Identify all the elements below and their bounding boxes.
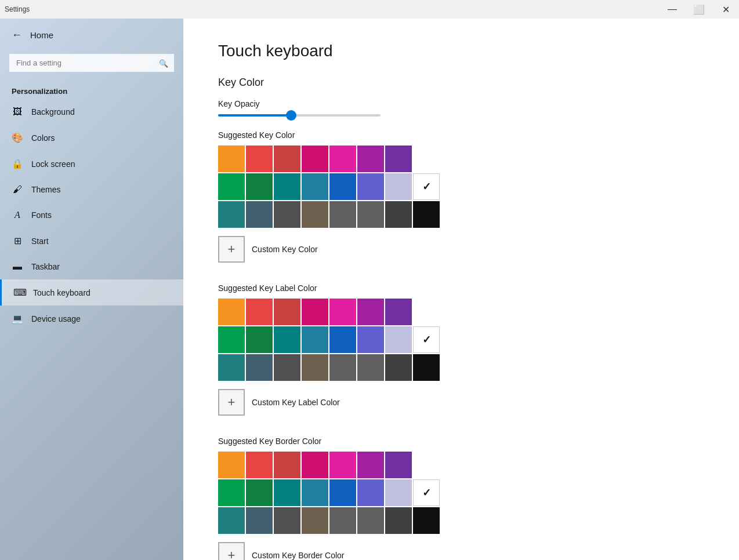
color-swatch-pink1[interactable] xyxy=(302,146,328,172)
sidebar-item-taskbar[interactable]: ▬ Taskbar xyxy=(0,254,183,279)
label-swatch-purple2[interactable] xyxy=(385,299,412,325)
color-swatch-red2[interactable] xyxy=(274,146,300,172)
border-swatch-orange[interactable] xyxy=(218,452,245,478)
page-title: Touch keyboard xyxy=(218,42,704,60)
label-swatch-lavender[interactable] xyxy=(385,326,412,353)
color-swatch-lavender[interactable] xyxy=(385,173,412,200)
border-swatch-gray1[interactable] xyxy=(274,507,300,534)
color-swatch-orange[interactable] xyxy=(218,146,245,172)
color-swatch-pink2[interactable] xyxy=(329,146,356,172)
sidebar-item-start[interactable]: ⊞ Start xyxy=(0,228,183,254)
color-swatch-blue2[interactable] xyxy=(329,173,356,200)
label-swatch-gray2[interactable] xyxy=(329,354,356,381)
color-swatch-green2[interactable] xyxy=(246,173,273,200)
label-swatch-teal2[interactable] xyxy=(218,354,245,381)
color-swatch-teal2[interactable] xyxy=(218,201,245,228)
border-swatch-darkgray[interactable] xyxy=(385,507,412,534)
label-swatch-teal[interactable] xyxy=(274,326,300,353)
label-swatch-blue2[interactable] xyxy=(329,326,356,353)
sidebar-item-touch-keyboard[interactable]: ⌨ Touch keyboard xyxy=(0,279,183,306)
label-swatch-green2[interactable] xyxy=(246,326,273,353)
sidebar-item-colors[interactable]: 🎨 Colors xyxy=(0,125,183,151)
label-swatch-white[interactable] xyxy=(413,326,440,353)
plus-icon-border: + xyxy=(218,542,245,560)
border-swatch-gray3[interactable] xyxy=(357,507,384,534)
color-swatch-purple1[interactable] xyxy=(357,146,384,172)
color-swatch-violet[interactable] xyxy=(357,173,384,200)
opacity-slider-track[interactable] xyxy=(218,114,381,117)
color-swatch-darkgray[interactable] xyxy=(385,201,412,228)
border-swatch-pink1[interactable] xyxy=(302,452,328,478)
color-swatch-teal[interactable] xyxy=(274,173,300,200)
label-swatch-brown[interactable] xyxy=(302,354,328,381)
label-swatch-darkgray[interactable] xyxy=(385,354,412,381)
border-swatch-black[interactable] xyxy=(413,507,440,534)
sidebar-item-label: Start xyxy=(31,237,49,246)
border-swatch-gray2[interactable] xyxy=(329,507,356,534)
taskbar-icon: ▬ xyxy=(12,261,23,272)
label-swatch-gray1[interactable] xyxy=(274,354,300,381)
color-swatch-gray3[interactable] xyxy=(357,201,384,228)
color-swatch-purple2[interactable] xyxy=(385,146,412,172)
border-swatch-purple1[interactable] xyxy=(357,452,384,478)
sidebar-item-home[interactable]: ← Home xyxy=(0,19,183,52)
border-swatch-lavender[interactable] xyxy=(385,479,412,506)
maximize-button[interactable]: ⬜ xyxy=(686,0,712,19)
border-swatch-slate[interactable] xyxy=(246,507,273,534)
label-swatch-green1[interactable] xyxy=(218,326,245,353)
border-swatch-green2[interactable] xyxy=(246,479,273,506)
color-swatch-blue1[interactable] xyxy=(302,173,328,200)
label-swatch-gray3[interactable] xyxy=(357,354,384,381)
border-swatch-purple2[interactable] xyxy=(385,452,412,478)
border-swatch-teal[interactable] xyxy=(274,479,300,506)
suggested-key-label-color-label: Suggested Key Label Color xyxy=(218,283,704,293)
border-swatch-brown[interactable] xyxy=(302,507,328,534)
color-swatch-gray1[interactable] xyxy=(274,201,300,228)
label-swatch-pink1[interactable] xyxy=(302,299,328,325)
custom-key-label-color-button[interactable]: + Custom Key Label Color xyxy=(218,389,704,416)
label-swatch-orange[interactable] xyxy=(218,299,245,325)
color-swatch-green1[interactable] xyxy=(218,173,245,200)
color-swatch-brown[interactable] xyxy=(302,201,328,228)
label-swatch-black[interactable] xyxy=(413,354,440,381)
label-swatch-pink2[interactable] xyxy=(329,299,356,325)
border-swatch-teal2[interactable] xyxy=(218,507,245,534)
custom-key-border-color-button[interactable]: + Custom Key Border Color xyxy=(218,542,704,560)
label-swatch-red2[interactable] xyxy=(274,299,300,325)
color-swatch-black[interactable] xyxy=(413,201,440,228)
custom-key-label-color-label: Custom Key Label Color xyxy=(252,398,340,407)
custom-key-border-color-label: Custom Key Border Color xyxy=(252,551,345,560)
color-swatch-slate[interactable] xyxy=(246,201,273,228)
sidebar-item-background[interactable]: 🖼 Background xyxy=(0,99,183,125)
label-swatch-slate[interactable] xyxy=(246,354,273,381)
border-swatch-violet[interactable] xyxy=(357,479,384,506)
slider-thumb[interactable] xyxy=(286,110,296,121)
sidebar-item-lock-screen[interactable]: 🔒 Lock screen xyxy=(0,151,183,177)
close-button[interactable]: ✕ xyxy=(712,0,739,19)
sidebar-item-fonts[interactable]: A Fonts xyxy=(0,202,183,228)
border-swatch-green1[interactable] xyxy=(218,479,245,506)
search-input[interactable] xyxy=(9,54,174,72)
sidebar-item-device-usage[interactable]: 💻 Device usage xyxy=(0,306,183,332)
border-swatch-red1[interactable] xyxy=(246,452,273,478)
border-swatch-blue2[interactable] xyxy=(329,479,356,506)
key-label-row-3 xyxy=(218,354,704,381)
sidebar-item-label: Colors xyxy=(31,133,55,143)
border-swatch-blue1[interactable] xyxy=(302,479,328,506)
border-swatch-pink2[interactable] xyxy=(329,452,356,478)
border-swatch-red2[interactable] xyxy=(274,452,300,478)
color-swatch-red1[interactable] xyxy=(246,146,273,172)
key-color-row-2 xyxy=(218,173,704,200)
sidebar-item-themes[interactable]: 🖌 Themes xyxy=(0,177,183,202)
label-swatch-violet[interactable] xyxy=(357,326,384,353)
color-swatch-gray2[interactable] xyxy=(329,201,356,228)
color-swatch-white[interactable] xyxy=(413,173,440,200)
key-label-row-1 xyxy=(218,299,704,325)
minimize-button[interactable]: — xyxy=(659,0,686,19)
label-swatch-purple1[interactable] xyxy=(357,299,384,325)
label-swatch-blue1[interactable] xyxy=(302,326,328,353)
themes-icon: 🖌 xyxy=(12,184,23,195)
border-swatch-white[interactable] xyxy=(413,479,440,506)
custom-key-color-button[interactable]: + Custom Key Color xyxy=(218,236,704,263)
label-swatch-red1[interactable] xyxy=(246,299,273,325)
